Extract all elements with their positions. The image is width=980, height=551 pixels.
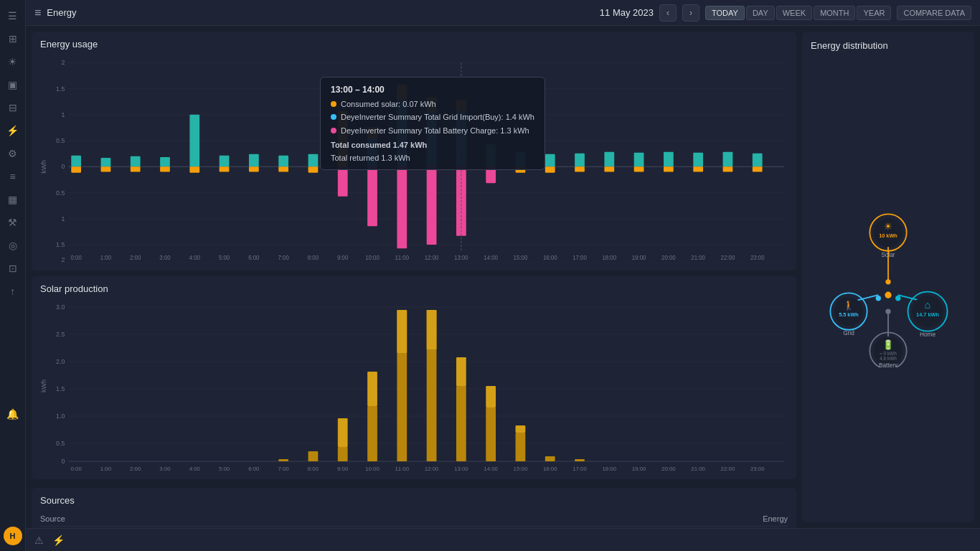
svg-rect-120 — [427, 310, 437, 349]
sidebar-item-notification[interactable]: 🔔 — [3, 404, 23, 424]
svg-rect-57 — [575, 154, 585, 167]
svg-text:3.0: 3.0 — [56, 303, 65, 311]
sidebar-item-grid[interactable]: ⊟ — [3, 98, 23, 118]
sidebar-item-dashboard[interactable]: ⊞ — [3, 29, 23, 49]
svg-rect-125 — [516, 433, 526, 461]
svg-rect-52 — [486, 166, 496, 183]
svg-rect-47 — [427, 166, 437, 245]
sidebar-item-tools[interactable]: ⚒ — [3, 212, 23, 232]
svg-rect-111 — [278, 459, 288, 461]
svg-rect-121 — [456, 386, 466, 461]
sources-panel: Sources Source Energy — [32, 488, 796, 528]
svg-text:0:00: 0:00 — [70, 466, 82, 472]
svg-text:Grid: Grid — [843, 330, 854, 336]
svg-rect-112 — [308, 451, 319, 461]
svg-text:7:00: 7:00 — [278, 466, 289, 472]
svg-text:8:00: 8:00 — [308, 255, 319, 261]
svg-text:15:00: 15:00 — [514, 255, 528, 261]
sidebar-item-menu[interactable]: ☰ — [3, 6, 23, 26]
svg-text:1: 1 — [61, 111, 65, 118]
svg-point-160 — [895, 296, 900, 301]
svg-rect-124 — [486, 386, 496, 408]
svg-text:10:00: 10:00 — [365, 466, 380, 472]
next-date-button[interactable]: › — [682, 4, 699, 22]
compare-data-button[interactable]: COMPARE DATA — [897, 6, 971, 20]
svg-text:Solar: Solar — [881, 252, 895, 258]
svg-text:15:00: 15:00 — [514, 466, 528, 472]
svg-text:1: 1 — [61, 215, 65, 222]
year-button[interactable]: YEAR — [857, 6, 891, 20]
svg-text:17:00: 17:00 — [573, 255, 587, 261]
svg-rect-113 — [338, 447, 348, 461]
avatar[interactable]: H — [4, 527, 22, 545]
svg-text:0.5: 0.5 — [56, 440, 65, 447]
prev-date-button[interactable]: ‹ — [659, 4, 677, 22]
sidebar-item-solar[interactable]: ☀ — [3, 52, 23, 72]
svg-point-159 — [876, 296, 881, 301]
svg-rect-66 — [693, 166, 703, 171]
svg-text:7:00: 7:00 — [278, 255, 289, 261]
svg-text:1:00: 1:00 — [100, 466, 112, 472]
svg-rect-55 — [545, 154, 555, 167]
svg-rect-25 — [160, 157, 170, 166]
month-button[interactable]: MONTH — [814, 6, 855, 20]
svg-text:4:00: 4:00 — [189, 466, 201, 472]
time-period-buttons: TODAY DAY WEEK MONTH YEAR — [705, 6, 891, 20]
svg-rect-26 — [160, 166, 170, 171]
day-button[interactable]: DAY — [746, 6, 775, 20]
svg-text:19:00: 19:00 — [632, 255, 646, 261]
svg-text:🔋: 🔋 — [882, 339, 895, 350]
sidebar-item-box[interactable]: ⊡ — [3, 258, 23, 278]
svg-text:21:00: 21:00 — [691, 466, 705, 472]
source-column-header: Source — [40, 512, 414, 527]
svg-text:kWh: kWh — [40, 380, 47, 392]
svg-text:11:00: 11:00 — [395, 466, 409, 472]
svg-rect-24 — [131, 166, 141, 171]
svg-text:☀: ☀ — [884, 220, 892, 231]
svg-text:1.5: 1.5 — [56, 385, 65, 392]
week-button[interactable]: WEEK — [776, 6, 812, 20]
svg-rect-27 — [189, 115, 199, 167]
svg-text:1.0: 1.0 — [56, 413, 65, 420]
sidebar-item-monitor[interactable]: ◎ — [3, 235, 23, 255]
svg-point-157 — [885, 291, 891, 298]
sidebar-item-battery[interactable]: ▣ — [3, 75, 23, 95]
sidebar-item-settings[interactable]: ⚙ — [3, 143, 23, 164]
svg-rect-116 — [367, 372, 377, 406]
bottom-bar: ⚠ ⚡ — [26, 528, 980, 551]
svg-rect-61 — [634, 153, 644, 167]
main-content: ≡ Energy 11 May 2023 ‹ › TODAY DAY WEEK … — [26, 0, 980, 551]
sidebar-item-list[interactable]: ≡ — [3, 166, 23, 187]
svg-text:20:00: 20:00 — [661, 255, 676, 261]
svg-text:4.8 kWh: 4.8 kWh — [880, 355, 897, 360]
warning-icon: ⚠ — [34, 534, 44, 546]
page-title: Energy — [47, 7, 594, 18]
svg-rect-22 — [101, 166, 111, 171]
menu-icon[interactable]: ≡ — [34, 6, 41, 19]
svg-text:17:00: 17:00 — [573, 466, 587, 472]
energy-usage-chart: 2 1.5 1 0.5 0 0.5 1 1.5 2 kWh — [40, 55, 788, 263]
svg-rect-34 — [278, 166, 288, 171]
svg-rect-43 — [397, 85, 407, 100]
today-button[interactable]: TODAY — [705, 6, 745, 20]
topbar: ≡ Energy 11 May 2023 ‹ › TODAY DAY WEEK … — [26, 0, 980, 26]
sidebar-item-energy[interactable]: ⚡ — [3, 121, 23, 141]
svg-text:20:00: 20:00 — [661, 466, 676, 472]
svg-rect-128 — [575, 459, 585, 461]
svg-text:2:00: 2:00 — [130, 466, 141, 472]
svg-rect-115 — [367, 406, 377, 461]
svg-text:10 kWh: 10 kWh — [879, 232, 897, 239]
distribution-svg: ☀ 10 kWh Solar 🚶 5.5 kWh Grid ⌂ 14.7 kW — [811, 209, 966, 367]
sidebar-item-upload[interactable]: ↑ — [3, 281, 23, 301]
svg-rect-69 — [753, 154, 763, 167]
svg-rect-59 — [604, 152, 614, 167]
svg-rect-127 — [545, 456, 555, 461]
energy-distribution-panel: Energy distribution — [802, 32, 974, 522]
svg-rect-35 — [308, 154, 319, 167]
svg-rect-53 — [516, 152, 526, 167]
svg-rect-123 — [486, 408, 496, 461]
svg-rect-31 — [249, 154, 259, 167]
svg-rect-70 — [753, 166, 763, 171]
svg-text:9:00: 9:00 — [337, 255, 349, 261]
sidebar-item-grid2[interactable]: ▦ — [3, 189, 23, 209]
